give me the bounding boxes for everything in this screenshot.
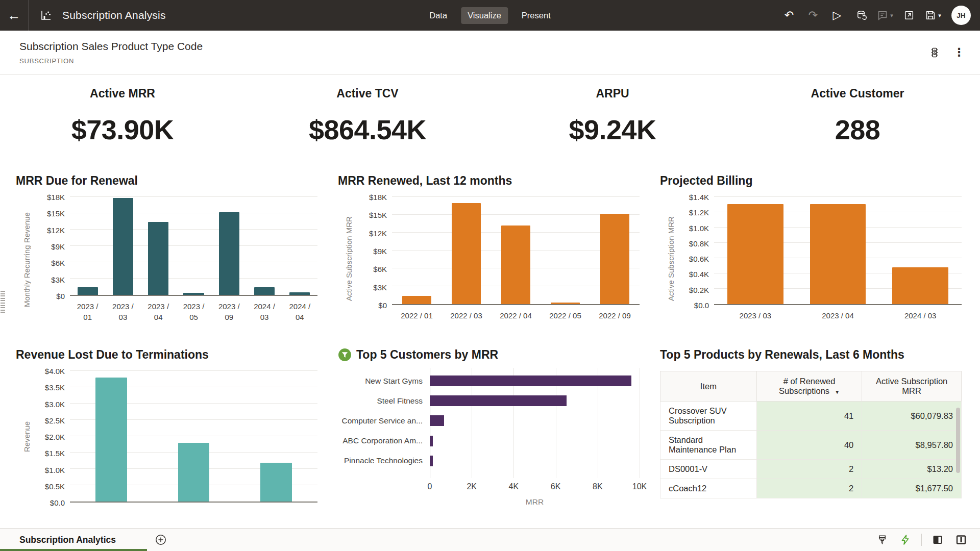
table-cell[interactable]: $1,677.50 bbox=[862, 479, 962, 498]
x-tick-label: 2022 / 01 bbox=[392, 310, 442, 321]
bar[interactable] bbox=[95, 378, 127, 502]
bar[interactable] bbox=[254, 287, 275, 295]
undo-button[interactable]: ↶ bbox=[779, 6, 799, 25]
column-header[interactable]: Active Subscription MRR bbox=[862, 371, 962, 402]
bar-chart: Monthly Recurring Revenue$18K$15K$12K$9K… bbox=[16, 197, 317, 322]
kpi-arpu[interactable]: ARPU $9.24K bbox=[490, 87, 735, 145]
x-tick-label: 2024 / 04 bbox=[282, 301, 317, 322]
conditional-formatting-button[interactable] bbox=[926, 44, 943, 61]
kpi-active-mrr[interactable]: Active MRR $73.90K bbox=[0, 87, 245, 145]
paintbrush-icon bbox=[876, 534, 888, 546]
table-row[interactable]: cCoach122$1,677.50 bbox=[660, 479, 962, 498]
save-button[interactable]: ▾ bbox=[923, 6, 943, 25]
y-tick-label: $1.0K bbox=[45, 465, 65, 474]
chart-title: MRR Due for Renewal bbox=[16, 174, 317, 188]
bar[interactable] bbox=[600, 214, 629, 304]
kpi-label: ARPU bbox=[490, 87, 735, 101]
y-tick-label: $3K bbox=[51, 275, 65, 284]
kpi-active-tcv[interactable]: Active TCV $864.54K bbox=[245, 87, 490, 145]
annotate-button[interactable]: ▾ bbox=[875, 6, 895, 25]
bar[interactable] bbox=[727, 204, 783, 305]
bar[interactable] bbox=[551, 303, 579, 305]
bar[interactable] bbox=[260, 463, 291, 502]
kpi-label: Active MRR bbox=[0, 87, 245, 101]
open-in-window-button[interactable] bbox=[899, 6, 919, 25]
refresh-data-button[interactable] bbox=[851, 6, 871, 25]
tab-visualize[interactable]: Visualize bbox=[461, 7, 508, 24]
y-axis-title: Revenue bbox=[16, 371, 38, 503]
bar[interactable] bbox=[452, 203, 480, 304]
table-cell[interactable]: 41 bbox=[756, 402, 862, 431]
chart-top5-customers: Top 5 Customers by MRR New Start GymsSte… bbox=[338, 348, 640, 507]
y-tick-label: $3.0K bbox=[45, 399, 65, 408]
auto-insights-button[interactable] bbox=[898, 532, 913, 547]
bar[interactable] bbox=[501, 226, 530, 304]
table-cell[interactable]: $13.20 bbox=[862, 460, 962, 479]
canvas-tab-label: Subscription Analytics bbox=[19, 535, 116, 545]
bar[interactable] bbox=[183, 293, 204, 295]
x-axis-ticks: 02K4K6K8K10K bbox=[430, 482, 640, 492]
sort-desc-icon[interactable]: ▼ bbox=[835, 389, 840, 395]
bar[interactable] bbox=[430, 395, 567, 406]
y-tick-label: $0 bbox=[56, 292, 65, 300]
table-cell[interactable]: Standard Maintenance Plan bbox=[660, 431, 757, 460]
y-tick-label: $12K bbox=[47, 226, 65, 234]
table-cell[interactable]: 40 bbox=[756, 431, 862, 460]
bar[interactable] bbox=[430, 415, 444, 426]
bar[interactable] bbox=[178, 443, 209, 502]
y-tick-label: $6K bbox=[373, 265, 387, 273]
column-header[interactable]: # of Renewed Subscriptions▼ bbox=[756, 371, 862, 402]
chart-title: Projected Billing bbox=[660, 174, 962, 188]
bar[interactable] bbox=[113, 198, 133, 295]
y-axis-ticks: $18K$15K$12K$9K$6K$3K$0 bbox=[38, 197, 70, 296]
table-cell[interactable]: $8,957.80 bbox=[862, 431, 962, 460]
dashboard-canvas: Active MRR $73.90K Active TCV $864.54K A… bbox=[0, 76, 980, 528]
column-header[interactable]: Item bbox=[660, 371, 757, 402]
bar-chart: Active Subscription MRR$1.4K$1.2K$1.0K$0… bbox=[660, 197, 962, 321]
table-cell[interactable]: 2 bbox=[756, 479, 862, 498]
table-scrollbar[interactable] bbox=[956, 408, 960, 473]
y-tick-label: $1.0K bbox=[689, 223, 709, 232]
x-tick-label: 2024 / 03 bbox=[247, 301, 282, 322]
table-row[interactable]: Standard Maintenance Plan40$8,957.80 bbox=[660, 431, 962, 460]
bar[interactable] bbox=[430, 456, 433, 466]
kpi-active-customer[interactable]: Active Customer 288 bbox=[735, 87, 980, 145]
redo-button[interactable]: ↷ bbox=[803, 6, 823, 25]
toggle-right-panel-button[interactable] bbox=[953, 532, 969, 547]
table-cell[interactable]: DS0001-V bbox=[660, 460, 757, 479]
bar[interactable] bbox=[810, 204, 866, 305]
toggle-left-panel-button[interactable] bbox=[930, 532, 945, 547]
bar[interactable] bbox=[402, 296, 431, 304]
plus-circle-icon bbox=[155, 534, 167, 546]
plot-area bbox=[70, 197, 317, 296]
table-row[interactable]: Crossover SUV Subscription41$60,079.83 bbox=[660, 402, 962, 431]
table-cell[interactable]: $60,079.83 bbox=[862, 402, 962, 431]
table-cell[interactable]: 2 bbox=[756, 460, 862, 479]
back-button[interactable]: ← bbox=[0, 0, 29, 31]
bar[interactable] bbox=[289, 292, 310, 295]
workbook-chart-icon bbox=[40, 9, 52, 21]
add-canvas-button[interactable] bbox=[152, 531, 169, 548]
panel-drag-handle[interactable] bbox=[1, 291, 5, 313]
bar[interactable] bbox=[78, 287, 98, 295]
tab-present[interactable]: Present bbox=[515, 7, 557, 24]
more-options-button[interactable]: ⋮ bbox=[950, 44, 968, 61]
bar[interactable] bbox=[430, 375, 631, 386]
user-avatar[interactable]: JH bbox=[951, 6, 971, 25]
table-cell[interactable]: Crossover SUV Subscription bbox=[660, 402, 757, 431]
caret-down-icon: ▾ bbox=[890, 12, 893, 19]
tab-data[interactable]: Data bbox=[423, 7, 454, 24]
y-tick-label: $0.2K bbox=[689, 285, 709, 294]
bar[interactable] bbox=[430, 436, 433, 446]
table-row[interactable]: DS0001-V2$13.20 bbox=[660, 460, 962, 479]
canvas-style-button[interactable] bbox=[874, 532, 890, 547]
run-button[interactable]: ▷ bbox=[827, 6, 847, 25]
y-tick-label: $12K bbox=[369, 229, 387, 237]
category-label: Computer Service an... bbox=[338, 416, 430, 425]
table-cell[interactable]: cCoach12 bbox=[660, 479, 757, 498]
bar[interactable] bbox=[148, 222, 168, 295]
bar[interactable] bbox=[219, 212, 239, 295]
bar[interactable] bbox=[892, 267, 948, 304]
canvas-tab-subscription-analytics[interactable]: Subscription Analytics bbox=[0, 529, 147, 551]
bar-chart: Active Subscription MRR$18K$15K$12K$9K$6… bbox=[338, 197, 640, 321]
